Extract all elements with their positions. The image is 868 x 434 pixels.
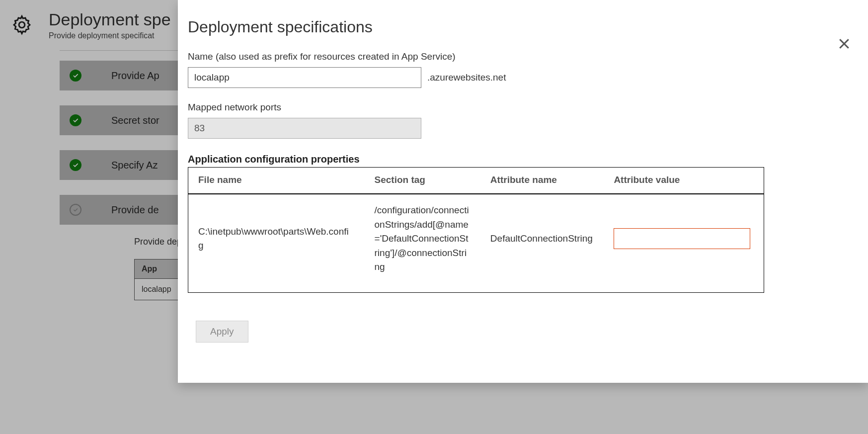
config-table-header-row: File name Section tag Attribute name Att… — [188, 168, 764, 194]
col-val: Attribute value — [604, 168, 764, 194]
cell-val — [604, 194, 764, 292]
col-attr: Attribute name — [480, 168, 604, 194]
config-section-heading: Application configuration properties — [188, 154, 844, 165]
name-field-label: Name (also used as prefix for resources … — [188, 51, 844, 62]
modal-title: Deployment specifications — [188, 18, 844, 36]
ports-input — [188, 118, 421, 139]
cell-section: /configuration/connectionStrings/add[@na… — [365, 194, 480, 292]
apply-button[interactable]: Apply — [196, 321, 248, 343]
cell-file: C:\inetpub\wwwroot\parts\Web.config — [188, 194, 365, 292]
cell-attr: DefaultConnectionString — [480, 194, 604, 292]
config-table-row: C:\inetpub\wwwroot\parts\Web.config /con… — [188, 194, 764, 292]
name-input[interactable] — [188, 67, 421, 88]
deployment-spec-modal: Deployment specifications Name (also use… — [178, 0, 868, 383]
close-button[interactable] — [835, 35, 853, 53]
config-table: File name Section tag Attribute name Att… — [188, 167, 764, 293]
col-file: File name — [188, 168, 365, 194]
col-section: Section tag — [365, 168, 480, 194]
ports-field-label: Mapped network ports — [188, 102, 844, 113]
name-suffix: .azurewebsites.net — [427, 72, 506, 83]
attribute-value-input[interactable] — [614, 228, 750, 249]
